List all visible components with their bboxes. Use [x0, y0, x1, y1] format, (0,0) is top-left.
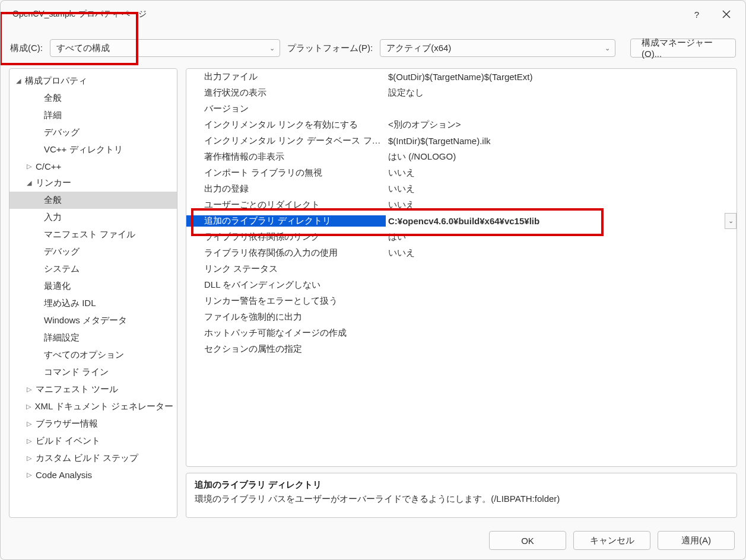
- apply-button[interactable]: 適用(A): [658, 531, 735, 550]
- property-row[interactable]: ユーザーごとのリダイレクトいいえ: [186, 197, 737, 213]
- arrow-down-icon: ◢: [14, 77, 23, 85]
- tree-panel[interactable]: ◢ 構成プロパティ 全般詳細デバッグVC++ ディレクトリ▷C/C++◢リンカー…: [9, 68, 177, 518]
- platform-dropdown[interactable]: アクティブ(x64) ⌄: [380, 39, 615, 57]
- property-row[interactable]: 出力の登録いいえ: [186, 181, 737, 197]
- property-value[interactable]: はい: [386, 231, 737, 243]
- tree-item[interactable]: マニフェスト ファイル: [9, 226, 177, 243]
- property-label: インクリメンタル リンク データベース ファイル: [186, 135, 386, 147]
- tree-item[interactable]: Windows メタデータ: [9, 312, 177, 329]
- property-row[interactable]: DLL をバインディングしない: [186, 277, 737, 293]
- tree-item-label: システム: [44, 263, 80, 275]
- help-icon[interactable]: ?: [685, 5, 709, 23]
- property-value[interactable]: はい (/NOLOGO): [386, 151, 737, 163]
- property-row[interactable]: ファイルを強制的に出力: [186, 309, 737, 325]
- property-label: ライブラリ依存関係の入力の使用: [186, 247, 386, 259]
- tree-item[interactable]: ▷C/C++: [9, 158, 177, 174]
- property-row[interactable]: 著作権情報の非表示はい (/NOLOGO): [186, 149, 737, 165]
- property-value[interactable]: いいえ: [386, 247, 737, 259]
- property-row[interactable]: リンカー警告をエラーとして扱う: [186, 293, 737, 309]
- tree-item[interactable]: 詳細: [9, 107, 177, 124]
- dialog-footer: OK キャンセル 適用(A): [1, 525, 745, 559]
- tree-item[interactable]: 全般: [9, 90, 177, 107]
- tree-item[interactable]: VC++ ディレクトリ: [9, 141, 177, 158]
- property-value[interactable]: $(OutDir)$(TargetName)$(TargetExt): [386, 72, 737, 82]
- property-row[interactable]: インクリメンタル リンク データベース ファイル$(IntDir)$(Targe…: [186, 133, 737, 149]
- titlebar: OpenCV_sample プロパティ ページ ?: [1, 1, 745, 28]
- tree-item-label: デバッグ: [44, 127, 80, 138]
- description-text: 環境のライブラリ パスをユーザーがオーバーライドできるようにします。(/LIBP…: [195, 494, 728, 505]
- property-row[interactable]: インポート ライブラリの無視いいえ: [186, 165, 737, 181]
- tree-item[interactable]: デバッグ: [9, 243, 177, 260]
- property-label: ユーザーごとのリダイレクト: [186, 199, 386, 211]
- property-row[interactable]: 追加のライブラリ ディレクトリC:¥opencv4.6.0¥build¥x64¥…: [186, 213, 737, 229]
- tree-item-label: C/C++: [36, 161, 61, 171]
- tree-item[interactable]: ◢リンカー: [9, 174, 177, 192]
- tree-item-label: デバッグ: [44, 246, 80, 257]
- chevron-down-icon[interactable]: ⌄: [725, 213, 737, 229]
- tree-item[interactable]: 最適化: [9, 278, 177, 295]
- tree-item[interactable]: 入力: [9, 209, 177, 226]
- property-value[interactable]: 設定なし: [386, 87, 737, 98]
- property-value[interactable]: いいえ: [386, 183, 737, 195]
- tree-item[interactable]: 埋め込み IDL: [9, 295, 177, 312]
- config-dropdown[interactable]: すべての構成 ⌄: [50, 39, 280, 57]
- content-area: ◢ 構成プロパティ 全般詳細デバッグVC++ ディレクトリ▷C/C++◢リンカー…: [1, 68, 745, 525]
- tree-item-label: 詳細設定: [44, 332, 80, 343]
- arrow-right-icon: ▷: [25, 403, 33, 411]
- property-value[interactable]: いいえ: [386, 167, 737, 179]
- tree-item-label: ビルド イベント: [36, 435, 100, 447]
- config-manager-label: 構成マネージャー(O)...: [642, 37, 725, 59]
- arrow-right-icon: ▷: [25, 471, 33, 479]
- property-row[interactable]: ホットパッチ可能なイメージの作成: [186, 325, 737, 341]
- tree-item[interactable]: すべてのオプション: [9, 346, 177, 364]
- tree-item[interactable]: デバッグ: [9, 124, 177, 141]
- tree-item-label: VC++ ディレクトリ: [44, 144, 123, 155]
- property-label: 追加のライブラリ ディレクトリ: [186, 215, 386, 227]
- tree-root[interactable]: ◢ 構成プロパティ: [9, 72, 177, 90]
- property-grid[interactable]: 出力ファイル$(OutDir)$(TargetName)$(TargetExt)…: [186, 68, 737, 467]
- close-icon[interactable]: [715, 5, 738, 23]
- config-manager-button[interactable]: 構成マネージャー(O)...: [630, 39, 736, 58]
- property-value[interactable]: $(IntDir)$(TargetName).ilk: [386, 136, 737, 146]
- tree-item-label: ブラウザー情報: [36, 418, 98, 429]
- arrow-right-icon: ▷: [25, 420, 33, 428]
- tree-item[interactable]: ▷XML ドキュメント ジェネレーター: [9, 398, 177, 415]
- property-row[interactable]: リンク ステータス: [186, 261, 737, 277]
- tree-item[interactable]: ▷ブラウザー情報: [9, 415, 177, 432]
- property-label: ファイルを強制的に出力: [186, 311, 386, 323]
- tree-item-label: コマンド ライン: [44, 367, 109, 378]
- tree-item[interactable]: コマンド ライン: [9, 364, 177, 381]
- arrow-down-icon: ◢: [25, 179, 33, 187]
- property-row[interactable]: インクリメンタル リンクを有効にする<別のオプション>: [186, 117, 737, 133]
- property-row[interactable]: 出力ファイル$(OutDir)$(TargetName)$(TargetExt): [186, 69, 737, 85]
- arrow-right-icon: ▷: [25, 386, 33, 393]
- property-label: インポート ライブラリの無視: [186, 167, 386, 179]
- tree-item[interactable]: ▷Code Analysis: [9, 467, 177, 483]
- arrow-right-icon: ▷: [25, 163, 33, 170]
- description-panel: 追加のライブラリ ディレクトリ 環境のライブラリ パスをユーザーがオーバーライド…: [186, 473, 737, 518]
- window-title: OpenCV_sample プロパティ ページ: [8, 9, 679, 20]
- property-label: 進行状況の表示: [186, 87, 386, 98]
- property-row[interactable]: バージョン: [186, 101, 737, 117]
- tree-item[interactable]: 全般: [9, 192, 177, 209]
- tree-item[interactable]: ▷カスタム ビルド ステップ: [9, 450, 177, 467]
- tree-item-label: 詳細: [44, 110, 62, 121]
- property-row[interactable]: ライブラリ依存関係のリンクはい: [186, 229, 737, 245]
- property-row[interactable]: セクションの属性の指定: [186, 341, 737, 357]
- tree-item[interactable]: 詳細設定: [9, 329, 177, 346]
- property-row[interactable]: 進行状況の表示設定なし: [186, 85, 737, 101]
- property-label: 出力の登録: [186, 183, 386, 195]
- tree-item[interactable]: システム: [9, 260, 177, 278]
- property-value[interactable]: いいえ: [386, 199, 737, 211]
- property-row[interactable]: ライブラリ依存関係の入力の使用いいえ: [186, 245, 737, 261]
- cancel-button[interactable]: キャンセル: [573, 531, 650, 550]
- property-value[interactable]: <別のオプション>: [386, 119, 737, 131]
- tree-item[interactable]: ▷ビルド イベント: [9, 432, 177, 450]
- arrow-right-icon: ▷: [25, 437, 33, 445]
- property-value[interactable]: C:¥opencv4.6.0¥build¥x64¥vc15¥lib: [386, 216, 725, 226]
- ok-button[interactable]: OK: [489, 531, 566, 550]
- tree-item-label: 最適化: [44, 281, 71, 292]
- tree-item-label: 埋め込み IDL: [44, 298, 96, 309]
- config-toolbar: 構成(C): すべての構成 ⌄ プラットフォーム(P): アクティブ(x64) …: [1, 28, 745, 68]
- tree-item[interactable]: ▷マニフェスト ツール: [9, 381, 177, 398]
